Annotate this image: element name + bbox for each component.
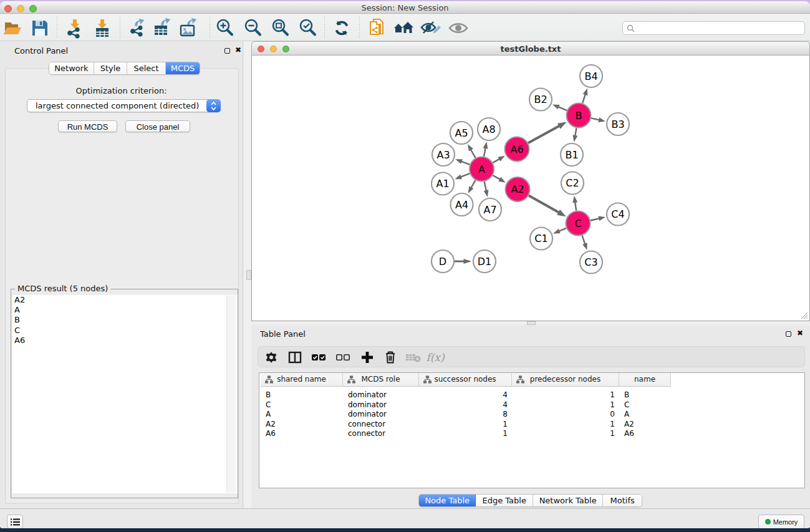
edge-A-A8[interactable] bbox=[484, 147, 486, 157]
float-panel-icon[interactable] bbox=[224, 48, 230, 54]
edge-A-A7[interactable] bbox=[485, 181, 486, 191]
edge-C-C2[interactable] bbox=[575, 201, 576, 211]
column-header-MCDS-role[interactable]: MCDS role bbox=[343, 373, 419, 387]
search-input[interactable] bbox=[635, 22, 804, 34]
tab-edge-table[interactable]: Edge Table bbox=[476, 495, 533, 506]
delete-table-icon[interactable] bbox=[403, 347, 424, 368]
divider-grip[interactable] bbox=[246, 270, 251, 280]
mcds-result-list[interactable]: A2ABCA6 bbox=[12, 295, 238, 493]
memory-button[interactable]: Memory bbox=[758, 515, 804, 528]
save-session-icon[interactable] bbox=[28, 17, 52, 39]
run-mcds-button[interactable]: Run MCDS bbox=[58, 120, 117, 132]
export-network-icon[interactable] bbox=[126, 17, 150, 39]
edge-A-A5[interactable] bbox=[470, 149, 475, 158]
result-item[interactable]: A2 bbox=[12, 295, 238, 305]
table-cell[interactable]: 4 bbox=[419, 400, 508, 410]
duplicate-network-icon[interactable] bbox=[365, 17, 388, 39]
table-cell[interactable]: A bbox=[624, 409, 671, 419]
table-cell[interactable]: dominator bbox=[348, 390, 419, 400]
result-item[interactable]: B bbox=[12, 315, 238, 325]
zoom-in-icon[interactable] bbox=[213, 17, 236, 39]
network-canvas[interactable]: AA1A3A4A5A7A8A6A2BB1B2B3B4CC1C2C3C4DD1 bbox=[251, 56, 810, 321]
table-cell[interactable]: B bbox=[624, 390, 671, 400]
table-cell[interactable]: C bbox=[624, 400, 671, 410]
table-cell[interactable]: A6 bbox=[266, 428, 343, 438]
edge-A-A3[interactable] bbox=[461, 161, 470, 164]
table-cell[interactable]: 1 bbox=[512, 428, 615, 438]
tab-mcds[interactable]: MCDS bbox=[166, 62, 200, 74]
automation-panel-icon[interactable] bbox=[7, 515, 23, 528]
edge-A-A4[interactable] bbox=[471, 180, 476, 188]
edge-B-B3[interactable] bbox=[591, 118, 600, 120]
table-float-panel-icon[interactable] bbox=[786, 331, 791, 337]
result-item[interactable]: A bbox=[12, 305, 238, 315]
show-details-icon[interactable] bbox=[446, 17, 470, 39]
edge-B-B2[interactable] bbox=[557, 107, 567, 110]
add-icon[interactable] bbox=[357, 347, 378, 368]
result-item[interactable]: A6 bbox=[12, 336, 238, 346]
column-header-name[interactable]: name bbox=[619, 373, 671, 387]
table-cell[interactable]: connector bbox=[348, 428, 419, 438]
table-cell[interactable]: dominator bbox=[348, 409, 419, 419]
table-cell[interactable]: 1 bbox=[512, 390, 615, 400]
close-panel-icon[interactable]: ✖ bbox=[235, 46, 241, 54]
window-resize-grip[interactable] bbox=[800, 311, 808, 319]
table-cell[interactable]: 4 bbox=[419, 390, 508, 400]
result-item[interactable]: C bbox=[12, 326, 238, 336]
open-file-icon[interactable] bbox=[1, 17, 25, 39]
gear-icon[interactable] bbox=[261, 347, 282, 368]
edge-A2-C[interactable] bbox=[529, 196, 559, 213]
edge-C-C3[interactable] bbox=[582, 235, 586, 244]
table-cell[interactable]: 1 bbox=[512, 400, 615, 410]
table-cell[interactable]: A bbox=[266, 409, 343, 419]
search-field[interactable] bbox=[622, 21, 805, 35]
result-scrollbar[interactable] bbox=[226, 296, 236, 493]
deselect-all-icon[interactable] bbox=[332, 347, 354, 368]
table-cell[interactable]: 1 bbox=[512, 419, 615, 429]
panel-divider[interactable] bbox=[244, 41, 251, 508]
column-header-predecessor-nodes[interactable]: predecessor nodes bbox=[512, 373, 619, 387]
import-network-icon[interactable] bbox=[63, 17, 87, 39]
table-cell[interactable]: 1 bbox=[419, 419, 508, 429]
tab-node-table[interactable]: Node Table bbox=[419, 495, 476, 506]
select-all-icon[interactable] bbox=[308, 347, 329, 368]
zoom-out-icon[interactable] bbox=[241, 17, 264, 39]
edge-A6-B[interactable] bbox=[528, 125, 560, 143]
table-close-panel-icon[interactable]: ✖ bbox=[797, 329, 803, 337]
table-cell[interactable]: 0 bbox=[512, 409, 615, 419]
table-cell[interactable]: 8 bbox=[419, 409, 508, 419]
tab-network-table[interactable]: Network Table bbox=[533, 495, 603, 506]
delete-icon[interactable] bbox=[380, 347, 401, 368]
refresh-icon[interactable] bbox=[330, 17, 354, 39]
edge-A-A2[interactable] bbox=[493, 175, 501, 180]
import-table-icon[interactable] bbox=[90, 17, 114, 39]
edge-B-B1[interactable] bbox=[575, 128, 576, 137]
table-cell[interactable]: A6 bbox=[624, 428, 671, 438]
table-cell[interactable]: A2 bbox=[266, 419, 343, 429]
zoom-selected-icon[interactable] bbox=[296, 17, 319, 39]
tab-network[interactable]: Network bbox=[49, 62, 94, 74]
edge-C-C1[interactable] bbox=[558, 228, 566, 231]
table-cell[interactable]: B bbox=[266, 390, 343, 400]
edge-A-A1[interactable] bbox=[460, 173, 470, 177]
first-neighbors-icon[interactable] bbox=[392, 17, 415, 39]
zoom-fit-icon[interactable] bbox=[268, 17, 292, 39]
tab-select[interactable]: Select bbox=[127, 62, 166, 74]
hide-details-icon[interactable] bbox=[418, 17, 442, 39]
function-builder-icon[interactable]: f(x) bbox=[423, 347, 448, 368]
table-cell[interactable]: 1 bbox=[419, 428, 508, 438]
tab-motifs[interactable]: Motifs bbox=[603, 495, 642, 506]
tab-style[interactable]: Style bbox=[94, 62, 127, 74]
split-columns-icon[interactable] bbox=[284, 347, 306, 368]
table-cell[interactable]: dominator bbox=[348, 400, 419, 410]
column-header-shared-name[interactable]: shared name bbox=[261, 373, 343, 387]
edge-B-B4[interactable] bbox=[582, 94, 586, 103]
table-cell[interactable]: C bbox=[266, 400, 343, 410]
column-header-successor-nodes[interactable]: successor nodes bbox=[419, 373, 512, 387]
close-panel-button[interactable]: Close panel bbox=[125, 120, 190, 132]
export-image-icon[interactable] bbox=[176, 17, 200, 39]
export-table-icon[interactable] bbox=[150, 17, 174, 39]
criterion-dropdown[interactable]: largest connected component (directed) bbox=[27, 99, 221, 112]
network-window-titlebar[interactable]: testGlobe.txt bbox=[251, 41, 810, 56]
table-cell[interactable]: A2 bbox=[624, 419, 671, 429]
